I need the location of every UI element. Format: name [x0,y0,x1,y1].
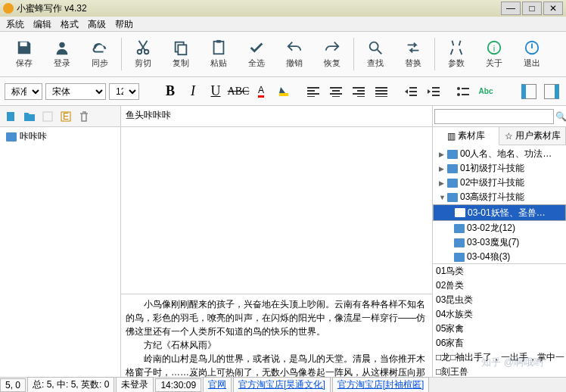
doc-tree-label: 咔咔咔 [20,130,47,143]
result-item[interactable]: □刻王兽 [433,365,566,377]
fontcolor-button[interactable]: A [251,82,271,101]
tree-node-00[interactable]: ▶00人名、地名、功法… [433,147,566,161]
material-tabs: ▥素材库 ☆用户素材库 [433,127,566,145]
tree-node-03-02[interactable]: 03-02龙(12) [433,221,566,235]
material-tree: ▶00人名、地名、功法… ▶01初级打斗技能 ▶02中级打斗技能 ▼03高级打斗… [433,145,566,263]
result-item[interactable]: 03昆虫类 [433,293,566,307]
highlight-button[interactable] [274,82,294,101]
tree-node-03-01[interactable]: 03-01妖怪、圣兽… [433,204,566,221]
font-select[interactable]: 宋体 [45,83,106,100]
panel-right-toggle[interactable] [542,82,561,101]
svg-rect-6 [214,42,224,54]
svg-rect-7 [216,40,221,43]
maximize-button[interactable]: □ [522,2,542,15]
indent-left-button[interactable] [401,82,421,101]
status-link-taobao2[interactable]: 官方淘宝店[封袖楦匿] [332,377,430,392]
open-folder-icon[interactable] [21,108,38,125]
align-center-button[interactable] [326,82,346,101]
replace-button[interactable]: 替换 [395,35,431,73]
menu-bar: 系统 编辑 格式 高级 帮助 [0,17,566,32]
save-button[interactable]: 保存 [6,35,42,73]
spellcheck-button[interactable]: Abc [476,82,496,101]
svg-rect-15 [7,112,14,121]
result-item[interactable]: 06家畜 [433,336,566,350]
title-input[interactable]: 鱼头咔咔咔 [121,106,432,127]
copy-button[interactable]: 复制 [163,35,199,73]
tree-node-02[interactable]: ▶02中级打斗技能 [433,176,566,190]
status-count: 总: 5, 中: 5, 英数: 0 [27,377,114,392]
library-icon: ▥ [447,131,456,142]
params-button[interactable]: 参数 [438,35,474,73]
indent-right-button[interactable] [424,82,443,101]
title-bar: 小蜜蜂写作 v4.32 — □ ✕ [0,0,566,17]
editor-panel: 鱼头咔咔咔 小鸟像刚刚醒来的孩子，兴奋地在头顶上吵闹。云南有各种各样不知名的鸟，… [121,106,433,377]
status-link-taobao1[interactable]: 官方淘宝店[昊通文化] [233,377,331,392]
svg-rect-0 [20,42,27,47]
svg-rect-16 [43,112,52,121]
doc-tree-item[interactable]: 咔咔咔 [0,127,120,146]
search-icon[interactable]: 🔍 [555,111,566,122]
bold-button[interactable]: B [160,82,180,101]
panel-left-toggle[interactable] [519,82,539,101]
underline-button[interactable]: U [206,82,225,101]
result-item[interactable]: □龙□袖出手了，一出手，掌中一 [433,350,566,365]
close-button[interactable]: ✕ [543,2,563,15]
menu-help[interactable]: 帮助 [115,18,133,30]
tab-material[interactable]: ▥素材库 [433,127,499,145]
rename-icon[interactable] [39,108,56,125]
tree-node-03-04[interactable]: 03-04狼(3) [433,250,566,263]
exit-button[interactable]: 退出 [514,35,550,73]
selectall-button[interactable]: 全选 [238,35,275,73]
menu-format[interactable]: 格式 [61,18,79,30]
cut-button[interactable]: 剪切 [125,35,161,73]
preview-p2: 方纪《石林风雨》 [126,338,428,352]
svg-point-13 [457,87,460,90]
svg-point-8 [370,42,378,51]
minimize-button[interactable]: — [501,2,521,15]
tree-node-03[interactable]: ▼03高级打斗技能 [433,190,566,204]
result-item[interactable]: 02兽类 [433,278,566,293]
tree-node-03-03[interactable]: 03-03魔鬼(7) [433,235,566,250]
size-select[interactable]: 12 [109,83,139,100]
result-item[interactable]: 01鸟类 [433,264,566,278]
svg-point-14 [457,93,460,96]
svg-rect-5 [178,45,186,54]
tree-node-01[interactable]: ▶01初级打斗技能 [433,161,566,176]
align-justify-button[interactable] [372,82,391,101]
folder-icon [6,132,17,142]
result-item[interactable]: 05家禽 [433,322,566,336]
tab-user-material[interactable]: ☆用户素材库 [499,127,566,145]
menu-system[interactable]: 系统 [6,18,24,30]
italic-button[interactable]: I [183,82,203,101]
paste-button[interactable]: 粘贴 [201,35,237,73]
list-bullet-button[interactable] [453,82,473,101]
sync-button[interactable]: 同步 [82,35,118,73]
result-item[interactable]: 04水族类 [433,307,566,322]
strike-button[interactable]: ABC [229,82,248,101]
align-right-button[interactable] [349,82,369,101]
main-toolbar: 保存 登录 同步 剪切 复制 粘贴 全选 撤销 恢复 查找 替换 参数 i关于 … [0,32,566,77]
redo-button[interactable]: 恢复 [314,35,350,73]
editor-content[interactable] [121,127,432,294]
login-button[interactable]: 登录 [44,35,80,73]
status-login: 未登录 [116,377,154,392]
property-icon[interactable]: E [58,108,74,125]
delete-icon[interactable] [76,108,92,125]
style-select[interactable]: 标准 [5,83,42,100]
status-link-official[interactable]: 官网 [203,377,232,392]
preview-pane: 小鸟像刚刚醒来的孩子，兴奋地在头顶上吵闹。云南有各种各样不知名的鸟，彩色的羽毛，… [121,294,432,377]
left-toolbar: E [0,106,120,127]
about-button[interactable]: i关于 [476,35,512,73]
svg-point-1 [59,42,64,48]
menu-advanced[interactable]: 高级 [88,18,106,30]
status-bar: 5, 0 总: 5, 中: 5, 英数: 0 未登录 14:30:09 官网 官… [0,377,566,392]
menu-edit[interactable]: 编辑 [33,18,51,30]
find-button[interactable]: 查找 [357,35,393,73]
new-doc-icon[interactable] [3,108,20,125]
undo-button[interactable]: 撤销 [276,35,313,73]
search-input[interactable] [434,109,554,124]
result-list: 01鸟类 02兽类 03昆虫类 04水族类 05家禽 06家畜 □龙□袖出手了，… [433,263,566,377]
align-left-button[interactable] [303,82,323,101]
svg-text:i: i [493,44,495,53]
status-position: 5, 0 [0,378,26,392]
